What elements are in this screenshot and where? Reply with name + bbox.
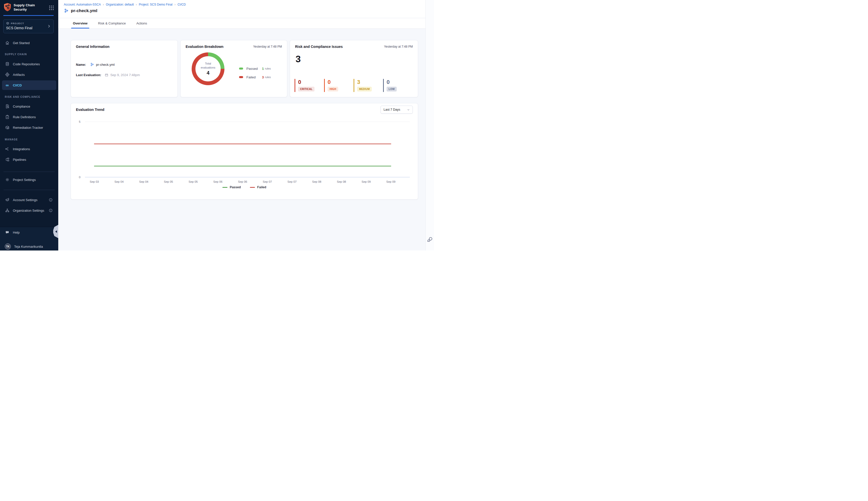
severity-badge: MEDIUM bbox=[357, 87, 372, 92]
chevron-down-icon bbox=[407, 108, 410, 111]
active-tab-underline bbox=[71, 28, 89, 29]
sidebar-item-code-repositories[interactable]: Code Repositories bbox=[2, 59, 56, 69]
severity-row: 0 CRITICAL 0 HIGH 3 MEDIUM 0 LOW bbox=[294, 79, 412, 92]
breadcrumb-account[interactable]: Account: Automation-SSCA bbox=[64, 3, 101, 6]
svg-text:Sep 04: Sep 04 bbox=[115, 180, 124, 183]
sidebar-item-pipelines[interactable]: Pipelines bbox=[2, 155, 56, 164]
sidebar-item-label: Artifacts bbox=[13, 73, 25, 77]
sidebar-item-remediation-tracker[interactable]: Remediation Tracker bbox=[2, 123, 56, 132]
svg-text:Sep 05: Sep 05 bbox=[164, 180, 173, 183]
svg-text:Sep 09: Sep 09 bbox=[386, 180, 395, 183]
svg-text:Sep 08: Sep 08 bbox=[312, 180, 321, 183]
trend-legend-item-failed[interactable]: Failed bbox=[250, 185, 266, 189]
app-grid-icon[interactable] bbox=[49, 5, 54, 11]
brand-header: Supply Chain Security bbox=[3, 2, 56, 14]
sidebar-item-account-settings[interactable]: Account Settings bbox=[2, 195, 56, 205]
time-range-select[interactable]: Last 7 Days bbox=[380, 106, 413, 114]
sidebar-section-risk-compliance: RISK AND COMPLIANCE bbox=[5, 96, 40, 99]
breadcrumb-organization[interactable]: Organization: default bbox=[106, 3, 134, 6]
sidebar-item-label: Integrations bbox=[13, 147, 30, 151]
legend-line-swatch-icon bbox=[222, 187, 228, 188]
svg-text:Sep 06: Sep 06 bbox=[238, 180, 247, 183]
sidebar-item-label: Project Settings bbox=[13, 178, 36, 182]
sidebar-item-label: Rule Definitions bbox=[13, 115, 36, 119]
collapse-arrow-icon bbox=[55, 230, 57, 233]
legend-label: Passed bbox=[230, 185, 241, 189]
sidebar-item-label: CI/CD bbox=[13, 83, 22, 87]
severity-count: 0 bbox=[327, 79, 350, 85]
svg-text:Sep 03: Sep 03 bbox=[90, 180, 99, 183]
svg-text:Sep 09: Sep 09 bbox=[362, 180, 371, 183]
layers-gear-icon bbox=[5, 198, 10, 202]
card-title: Evaluation Trend bbox=[76, 108, 104, 111]
donut-center-label: Total evaluations bbox=[198, 62, 218, 70]
evaluation-trend-card: Evaluation Trend Last 7 Days 50Sep 03Sep… bbox=[71, 103, 418, 200]
project-cube-icon bbox=[6, 22, 9, 25]
info-icon[interactable] bbox=[49, 209, 53, 212]
svg-text:Sep 06: Sep 06 bbox=[213, 180, 222, 183]
last-evaluation-value: Sep 9, 2024 7:48pm bbox=[110, 73, 140, 77]
trend-legend-item-passed[interactable]: Passed bbox=[222, 185, 241, 189]
card-timestamp: Yesterday at 7:48 PM bbox=[384, 45, 413, 49]
sidebar-item-compliance[interactable]: Compliance bbox=[2, 102, 56, 111]
severity-count: 0 bbox=[387, 79, 409, 85]
project-selector[interactable]: PROJECT SCS Demo Final bbox=[3, 19, 54, 33]
sidebar-user[interactable]: TK Teja Kummarikuntla bbox=[2, 242, 56, 250]
sidebar-item-label: Pipelines bbox=[13, 158, 26, 161]
calendar-icon bbox=[105, 73, 108, 77]
svg-text:0: 0 bbox=[79, 175, 81, 179]
legend-suffix: rules bbox=[265, 67, 271, 70]
legend-label: Failed bbox=[257, 185, 266, 189]
infinity-icon: ∞ bbox=[5, 83, 10, 88]
sidebar-item-label: Compliance bbox=[13, 105, 30, 108]
sidebar-item-get-started[interactable]: Get Started bbox=[2, 38, 56, 47]
svg-text:?: ? bbox=[6, 231, 7, 233]
info-icon[interactable] bbox=[49, 198, 53, 202]
tab-overview[interactable]: Overview bbox=[71, 18, 89, 29]
breadcrumb-separator-icon: › bbox=[175, 3, 176, 6]
failed-swatch-icon bbox=[239, 76, 243, 78]
tab-actions[interactable]: Actions bbox=[135, 18, 149, 29]
clipboard-check-icon bbox=[5, 115, 10, 119]
sidebar-item-organization-settings[interactable]: Organization Settings bbox=[2, 206, 56, 215]
legend-row-passed: Passed 1 rules bbox=[239, 66, 271, 71]
sidebar-divider bbox=[3, 190, 55, 190]
risk-compliance-issues-card: Risk and Compliance Issues Yesterday at … bbox=[290, 40, 418, 97]
sidebar-item-rule-definitions[interactable]: Rule Definitions bbox=[2, 112, 56, 122]
sidebar-item-help[interactable]: ? Help bbox=[2, 227, 56, 237]
donut-center: Total evaluations 4 bbox=[192, 52, 224, 85]
tab-label: Risk & Compliance bbox=[98, 21, 126, 25]
supply-chain-security-logo-icon bbox=[3, 3, 11, 12]
sidebar-section-manage: MANAGE bbox=[5, 138, 18, 142]
main-area: Account: Automation-SSCA › Organization:… bbox=[58, 0, 434, 250]
sidebar-item-project-settings[interactable]: Project Settings bbox=[2, 175, 56, 184]
breadcrumb-separator-icon: › bbox=[136, 3, 137, 6]
severity-medium: 3 MEDIUM bbox=[354, 79, 379, 92]
chevron-right-icon bbox=[47, 24, 51, 28]
svg-text:Sep 08: Sep 08 bbox=[337, 180, 346, 183]
sidebar-item-label: Get Started bbox=[13, 41, 30, 45]
breadcrumb-project[interactable]: Project: SCS Demo Final bbox=[139, 3, 172, 6]
page-header: Account: Automation-SSCA › Organization:… bbox=[58, 0, 434, 18]
sidebar-item-artifacts[interactable]: Artifacts bbox=[2, 70, 56, 79]
tab-risk-compliance[interactable]: Risk & Compliance bbox=[96, 18, 128, 29]
gear-icon bbox=[5, 178, 10, 182]
pipelines-icon bbox=[5, 157, 10, 162]
svg-text:Sep 07: Sep 07 bbox=[263, 180, 272, 183]
general-information-card: General Information Name: pr-check.yml bbox=[71, 40, 178, 97]
sidebar: Supply Chain Security PROJECT SCS Demo bbox=[0, 0, 58, 250]
sidebar-item-integrations[interactable]: Integrations bbox=[2, 144, 56, 154]
sidebar-item-cicd[interactable]: ∞ CI/CD bbox=[2, 81, 56, 90]
page-title: pr-check.yml bbox=[71, 8, 97, 13]
home-icon bbox=[5, 41, 10, 45]
user-name: Teja Kummarikuntla bbox=[14, 245, 43, 248]
legend-label: Failed bbox=[247, 75, 262, 79]
chat-bubbles-icon[interactable] bbox=[427, 236, 433, 243]
trend-line-chart: 50Sep 03Sep 04Sep 04Sep 05Sep 05Sep 06Se… bbox=[76, 117, 411, 185]
brand-title: Supply Chain Security bbox=[14, 3, 41, 12]
help-chat-icon: ? bbox=[5, 230, 10, 235]
sidebar-item-label: Account Settings bbox=[13, 198, 38, 202]
integrations-icon bbox=[5, 147, 10, 151]
name-label: Name: bbox=[76, 63, 86, 66]
breadcrumb-cicd[interactable]: CI/CD bbox=[178, 3, 186, 6]
